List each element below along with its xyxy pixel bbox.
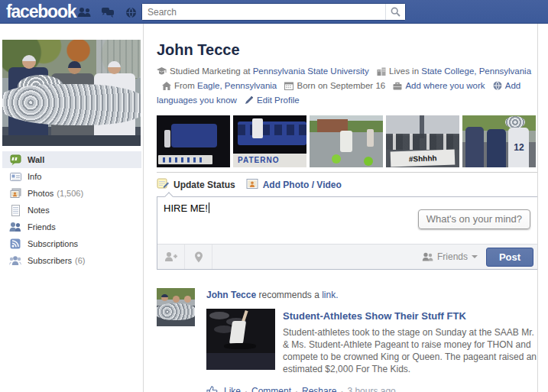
reshare-link[interactable]: Reshare: [302, 386, 336, 392]
jersey-number: 12: [508, 128, 529, 167]
search-bar: [141, 3, 406, 21]
add-work-link[interactable]: Add where you work: [405, 81, 485, 90]
sidebar-item-subscriptions[interactable]: Subscriptions: [2, 235, 141, 252]
wall-icon: [9, 154, 21, 166]
attachment-thumbnail[interactable]: [206, 309, 275, 370]
profile-nav: Wall Info: [0, 151, 144, 269]
tab-add-photo-video[interactable]: Add Photo / Video: [246, 178, 342, 192]
audience-friends-icon: [422, 252, 433, 261]
notifications-icon[interactable]: [123, 6, 138, 18]
sidebar-item-label: Photos: [28, 189, 54, 198]
composer-footer: Friends Post: [157, 244, 537, 269]
subscriptions-icon: [9, 238, 21, 250]
top-navigation-bar: facebook: [0, 0, 548, 24]
info-icon: [9, 170, 21, 183]
subscribers-icon: [9, 254, 21, 267]
status-tooltip: What's on your mind?: [418, 209, 530, 229]
photos-icon: [9, 187, 21, 199]
strip-photo-5[interactable]: 12: [462, 115, 536, 167]
notes-icon: [9, 204, 21, 216]
attachment-description: Student-athletes took to the stage on Su…: [283, 326, 538, 375]
strip-photo-4[interactable]: #Shhhh: [386, 115, 459, 167]
strip-photo-1[interactable]: [157, 115, 230, 167]
sidebar-item-notes[interactable]: Notes: [2, 202, 141, 219]
author-link[interactable]: John Tecce: [206, 290, 256, 300]
hometown-link[interactable]: Eagle, Pennsylvania: [197, 81, 277, 90]
audience-selector[interactable]: Friends: [422, 251, 478, 262]
sidebar-item-wall[interactable]: Wall: [2, 151, 141, 168]
sidebar-item-photos[interactable]: Photos (1,506): [2, 185, 141, 202]
sidebar-item-label: Subscriptions: [28, 239, 78, 248]
hometown-current-link[interactable]: State College, Pennsylvania: [421, 66, 531, 76]
globe-icon: [493, 81, 502, 94]
search-icon[interactable]: [385, 4, 405, 20]
publisher: Update Status Add Photo / Video HIRE ME!: [157, 172, 538, 270]
sidebar-item-label: Subscribers: [28, 256, 72, 265]
profile-main-column: John Tecce Studied Marketing at Pennsylv…: [144, 24, 538, 392]
feed-post: John Tecce recommends a link. Student-At…: [157, 287, 538, 392]
sidebar-item-friends[interactable]: Friends: [2, 219, 141, 235]
profile-picture[interactable]: [2, 40, 141, 146]
profile-bio: Studied Marketing at Pennsylvania State …: [157, 65, 537, 109]
status-composer: HIRE ME! What's on your mind?: [157, 196, 538, 270]
post-button[interactable]: Post: [486, 248, 533, 267]
edit-profile-link[interactable]: Edit Profile: [257, 96, 300, 105]
left-sidebar: Wall Info: [0, 24, 144, 392]
sidebar-item-label: Info: [28, 172, 41, 181]
text-cursor: [209, 202, 209, 213]
publisher-tabs: Update Status Add Photo / Video: [157, 177, 538, 192]
attachment-title-link[interactable]: Student-Athletes Show Their Stuff FTK: [283, 310, 466, 322]
home-icon: [162, 81, 171, 94]
photo-strip: PATERNO #Shhhh 12: [157, 115, 536, 167]
strip-photo-3[interactable]: [310, 115, 383, 167]
facebook-logo[interactable]: facebook: [6, 2, 76, 22]
friend-requests-icon[interactable]: [77, 6, 92, 18]
school-link[interactable]: Pennsylvania State University: [253, 66, 369, 76]
location-pin-icon: [194, 251, 203, 263]
search-input[interactable]: [142, 4, 385, 20]
tag-person-icon: [164, 251, 177, 262]
status-note-icon: [157, 177, 169, 192]
post-footer: Like · Comment · Reshare · 3 hours ago: [206, 385, 538, 392]
sidebar-item-label: Notes: [28, 206, 50, 215]
pencil-icon: [245, 96, 254, 109]
like-thumb-icon: [206, 385, 219, 392]
pom-poms: [2, 84, 141, 125]
sidebar-item-info[interactable]: Info: [2, 168, 141, 185]
post-timestamp[interactable]: 3 hours ago: [347, 386, 395, 392]
chevron-down-icon: [472, 255, 478, 258]
banner-text: #Shhhh: [390, 150, 455, 167]
add-location-button[interactable]: [185, 245, 212, 269]
page-title: John Tecce: [157, 40, 537, 59]
sidebar-item-label: Wall: [28, 155, 44, 164]
tag-people-button[interactable]: [157, 245, 185, 269]
city-icon: [377, 66, 386, 79]
link-attachment: Student-Athletes Show Their Stuff FTK St…: [206, 309, 538, 375]
tab-update-status[interactable]: Update Status: [157, 177, 235, 192]
photo-video-icon: [246, 178, 258, 192]
messages-icon[interactable]: [100, 6, 115, 18]
topbar-icon-group: [77, 6, 138, 18]
link-object-link[interactable]: link.: [322, 290, 338, 300]
briefcase-icon: [393, 81, 402, 94]
comment-link[interactable]: Comment: [251, 386, 291, 392]
friends-icon: [9, 221, 21, 233]
calendar-icon: [284, 81, 293, 94]
post-author-line: John Tecce recommends a link.: [206, 290, 538, 300]
graduation-cap-icon: [157, 66, 167, 79]
strip-photo-2[interactable]: PATERNO: [233, 115, 306, 167]
sidebar-item-label: Friends: [28, 222, 56, 232]
sidebar-item-subscribers[interactable]: Subscribers (6): [2, 252, 141, 269]
like-link[interactable]: Like: [224, 386, 241, 392]
avatar[interactable]: [157, 288, 195, 326]
banner-text: PATERNO: [233, 154, 306, 167]
